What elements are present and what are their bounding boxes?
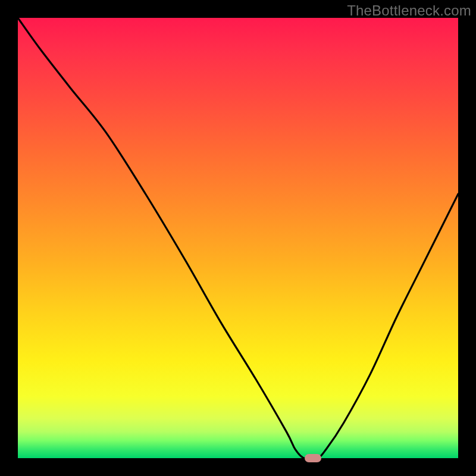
min-marker — [305, 454, 321, 462]
curve-path — [18, 18, 458, 459]
bottleneck-curve — [18, 18, 458, 458]
plot-area — [18, 18, 458, 458]
figure-frame: TheBottleneck.com — [0, 0, 476, 476]
watermark-text: TheBottleneck.com — [347, 2, 471, 19]
